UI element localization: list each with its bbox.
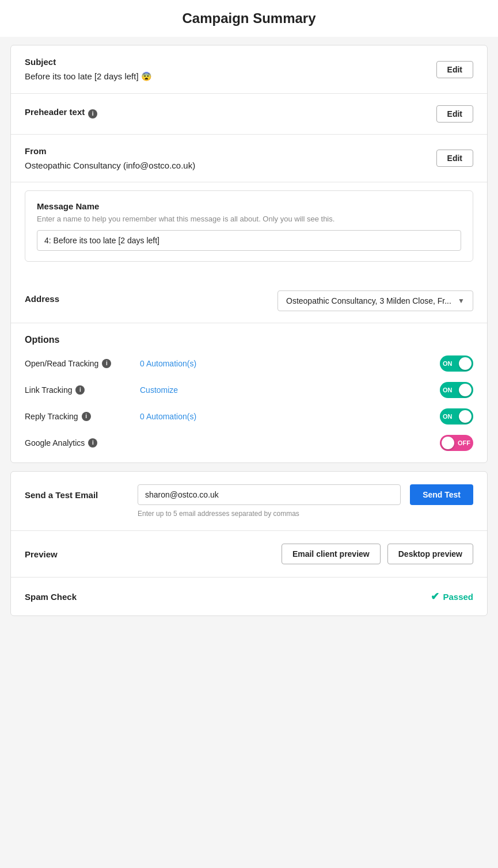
open-tracking-toggle-knob — [459, 357, 472, 370]
subject-edit-button[interactable]: Edit — [436, 61, 473, 78]
from-section: From Osteopathic Consultancy (info@ostco… — [11, 135, 487, 182]
link-tracking-toggle-track[interactable]: ON — [440, 382, 473, 398]
reply-tracking-toggle-knob — [459, 410, 472, 423]
option-left-reply-tracking: Reply Tracking i — [25, 412, 128, 421]
option-left-open-tracking: Open/Read Tracking i — [25, 359, 128, 368]
check-icon: ✔ — [431, 590, 439, 603]
send-test-button[interactable]: Send Test — [410, 484, 473, 505]
option-row-reply-tracking: Reply Tracking i 0 Automation(s) ON — [25, 408, 473, 425]
spam-check-status: ✔ Passed — [431, 590, 473, 603]
reply-tracking-toggle-label: ON — [443, 413, 453, 420]
message-name-wrapper: Message Name Enter a name to help you re… — [11, 190, 487, 279]
spam-check-section: Spam Check ✔ Passed — [11, 578, 487, 615]
address-section: Address Osteopathic Consultancy, 3 Milde… — [11, 279, 487, 323]
options-title: Options — [25, 335, 473, 345]
subject-label: Subject — [25, 57, 152, 67]
open-tracking-toggle[interactable]: ON — [440, 355, 473, 372]
open-tracking-info-icon[interactable]: i — [102, 359, 111, 368]
message-name-input[interactable] — [37, 230, 461, 251]
preview-section: Preview Email client preview Desktop pre… — [11, 531, 487, 578]
open-tracking-toggle-label: ON — [443, 360, 453, 367]
from-label: From — [25, 146, 195, 156]
link-tracking-toggle-label: ON — [443, 387, 453, 393]
google-analytics-label: Google Analytics — [25, 438, 85, 448]
preview-buttons: Email client preview Desktop preview — [282, 544, 473, 564]
link-tracking-toggle-knob — [459, 384, 472, 396]
reply-tracking-link[interactable]: 0 Automation(s) — [128, 412, 440, 421]
link-tracking-toggle[interactable]: ON — [440, 382, 473, 398]
desktop-preview-button[interactable]: Desktop preview — [387, 544, 473, 564]
message-name-title: Message Name — [37, 201, 461, 211]
address-value: Osteopathic Consultancy, 3 Milden Close,… — [286, 296, 451, 305]
address-label: Address — [25, 294, 59, 304]
option-left-google-analytics: Google Analytics i — [25, 438, 128, 448]
send-test-hint: Enter up to 5 email addresses separated … — [138, 510, 473, 518]
subject-section: Subject Before its too late [2 days left… — [11, 45, 487, 94]
link-tracking-info-icon[interactable]: i — [75, 385, 85, 395]
preheader-label: Preheader text — [25, 107, 85, 117]
option-row-google-analytics: Google Analytics i OFF — [25, 435, 473, 451]
preheader-edit-button[interactable]: Edit — [436, 105, 473, 123]
link-tracking-label: Link Tracking — [25, 385, 72, 395]
reply-tracking-toggle[interactable]: ON — [440, 408, 473, 425]
send-test-input[interactable] — [138, 484, 401, 505]
option-row-open-tracking: Open/Read Tracking i 0 Automation(s) ON — [25, 355, 473, 372]
main-card: Subject Before its too late [2 days left… — [10, 45, 488, 463]
preheader-info-icon[interactable]: i — [88, 109, 97, 118]
open-tracking-toggle-track[interactable]: ON — [440, 355, 473, 372]
email-client-preview-button[interactable]: Email client preview — [282, 544, 381, 564]
google-analytics-toggle-label: OFF — [458, 439, 470, 446]
from-edit-button[interactable]: Edit — [436, 150, 473, 167]
google-analytics-toggle[interactable]: OFF — [440, 435, 473, 451]
google-analytics-toggle-knob — [442, 437, 454, 449]
subject-value: Before its too late [2 days left] 😨 — [25, 71, 152, 82]
from-value: Osteopathic Consultancy (info@ostco.co.u… — [25, 160, 195, 170]
chevron-down-icon: ▼ — [458, 297, 465, 305]
reply-tracking-info-icon[interactable]: i — [82, 412, 91, 421]
send-test-card: Send a Test Email Send Test Enter up to … — [10, 471, 488, 616]
message-name-hint: Enter a name to help you remember what t… — [37, 215, 461, 223]
page-title: Campaign Summary — [0, 0, 498, 37]
link-tracking-link[interactable]: Customize — [128, 385, 440, 395]
options-section: Options Open/Read Tracking i 0 Automatio… — [11, 323, 487, 462]
option-row-link-tracking: Link Tracking i Customize ON — [25, 382, 473, 398]
reply-tracking-toggle-track[interactable]: ON — [440, 408, 473, 425]
send-test-row: Send a Test Email Send Test — [25, 484, 473, 505]
preheader-section: Preheader text i Edit — [11, 94, 487, 135]
google-analytics-info-icon[interactable]: i — [88, 438, 97, 448]
send-test-section: Send a Test Email Send Test Enter up to … — [11, 472, 487, 531]
spam-check-label: Spam Check — [25, 592, 77, 602]
google-analytics-toggle-track[interactable]: OFF — [440, 435, 473, 451]
send-test-label: Send a Test Email — [25, 490, 128, 500]
option-left-link-tracking: Link Tracking i — [25, 385, 128, 395]
preview-label: Preview — [25, 549, 58, 559]
open-tracking-label: Open/Read Tracking — [25, 359, 98, 368]
message-name-box: Message Name Enter a name to help you re… — [25, 190, 473, 262]
open-tracking-link[interactable]: 0 Automation(s) — [128, 359, 440, 368]
address-dropdown[interactable]: Osteopathic Consultancy, 3 Milden Close,… — [277, 290, 473, 311]
spam-check-status-text: Passed — [443, 592, 473, 602]
reply-tracking-label: Reply Tracking — [25, 412, 78, 421]
